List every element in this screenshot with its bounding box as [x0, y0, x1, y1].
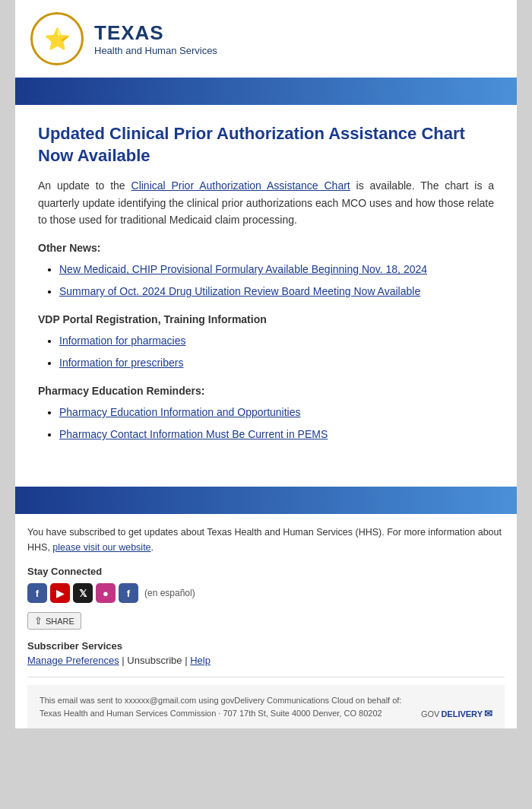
- other-news-list: New Medicaid, CHIP Provisional Formulary…: [38, 262, 494, 300]
- list-item: Information for prescribers: [59, 355, 494, 371]
- legal-text: This email was sent to xxxxxx@gmail.com …: [40, 694, 421, 719]
- other-news-link-1[interactable]: New Medicaid, CHIP Provisional Formulary…: [59, 263, 427, 275]
- share-label: SHARE: [46, 617, 74, 626]
- list-item: Summary of Oct. 2024 Drug Utilization Re…: [59, 284, 494, 300]
- facebook2-icon[interactable]: f: [119, 583, 138, 603]
- share-button[interactable]: ⇧ SHARE: [27, 612, 81, 630]
- subscriber-services-heading: Subscriber Services: [27, 640, 505, 652]
- hhs-label: Health and Human Services: [94, 45, 217, 56]
- vdp-heading: VDP Portal Registration, Training Inform…: [38, 313, 494, 325]
- visit-website-link[interactable]: please visit our website: [52, 542, 150, 553]
- facebook-icon[interactable]: f: [27, 583, 47, 603]
- share-icon: ⇧: [34, 615, 43, 627]
- list-item: Information for pharmacies: [59, 333, 494, 349]
- pharmacy-link-1[interactable]: Pharmacy Education Information and Oppor…: [59, 406, 301, 418]
- pharmacy-link-2[interactable]: Pharmacy Contact Information Must Be Cur…: [59, 428, 328, 440]
- help-link[interactable]: Help: [190, 655, 211, 666]
- logo-star-icon: ⭐: [44, 27, 71, 52]
- envelope-icon: ✉: [484, 708, 492, 719]
- other-news-link-2[interactable]: Summary of Oct. 2024 Drug Utilization Re…: [59, 285, 420, 297]
- footer-bottom: This email was sent to xxxxxx@gmail.com …: [27, 685, 505, 728]
- unsubscribe-link[interactable]: Unsubscribe: [127, 655, 182, 666]
- stay-connected-label: Stay Connected: [27, 566, 505, 577]
- list-item: Pharmacy Contact Information Must Be Cur…: [59, 427, 494, 443]
- logo-circle: ⭐: [30, 12, 84, 65]
- main-content: Updated Clinical Prior Authorization Ass…: [15, 105, 517, 479]
- list-item: Pharmacy Education Information and Oppor…: [59, 404, 494, 420]
- vdp-list: Information for pharmacies Information f…: [38, 333, 494, 371]
- espanol-label: (en español): [144, 588, 195, 598]
- govdelivery-logo: GOVDELIVERY ✉: [421, 708, 492, 719]
- pharmacy-list: Pharmacy Education Information and Oppor…: [38, 404, 494, 443]
- twitter-x-icon[interactable]: 𝕏: [73, 583, 93, 603]
- manage-preferences-link[interactable]: Manage Preferences: [27, 655, 119, 666]
- subscribe-text: You have subscribed to get updates about…: [27, 525, 505, 555]
- logo-text: TEXAS Health and Human Services: [94, 21, 217, 56]
- youtube-icon[interactable]: ▶: [50, 583, 70, 603]
- body-prefix: An update to the: [38, 179, 131, 192]
- texas-label: TEXAS: [94, 21, 217, 45]
- top-blue-banner: [15, 78, 517, 105]
- other-news-heading: Other News:: [38, 242, 494, 254]
- gov-text: GOV: [421, 709, 439, 719]
- subscriber-links-row: Manage Preferences | Unsubscribe | Help: [27, 655, 505, 666]
- header: ⭐ TEXAS Health and Human Services: [15, 0, 517, 78]
- footer: You have subscribed to get updates about…: [15, 514, 517, 728]
- chart-link[interactable]: Clinical Prior Authorization Assistance …: [131, 179, 350, 192]
- vdp-link-2[interactable]: Information for prescribers: [59, 357, 183, 369]
- delivery-text: DELIVERY: [441, 709, 483, 719]
- subscribe-suffix: .: [151, 542, 154, 553]
- social-icons-row: f ▶ 𝕏 ● f (en español): [27, 583, 505, 603]
- vdp-link-1[interactable]: Information for pharmacies: [59, 335, 186, 347]
- footer-divider: [27, 677, 505, 677]
- list-item: New Medicaid, CHIP Provisional Formulary…: [59, 262, 494, 278]
- page-title: Updated Clinical Prior Authorization Ass…: [38, 123, 494, 167]
- pharmacy-heading: Pharmacy Education Reminders:: [38, 385, 494, 397]
- bottom-blue-banner: [15, 487, 517, 514]
- main-body-text: An update to the Clinical Prior Authoriz…: [38, 177, 494, 228]
- instagram-icon[interactable]: ●: [96, 583, 116, 603]
